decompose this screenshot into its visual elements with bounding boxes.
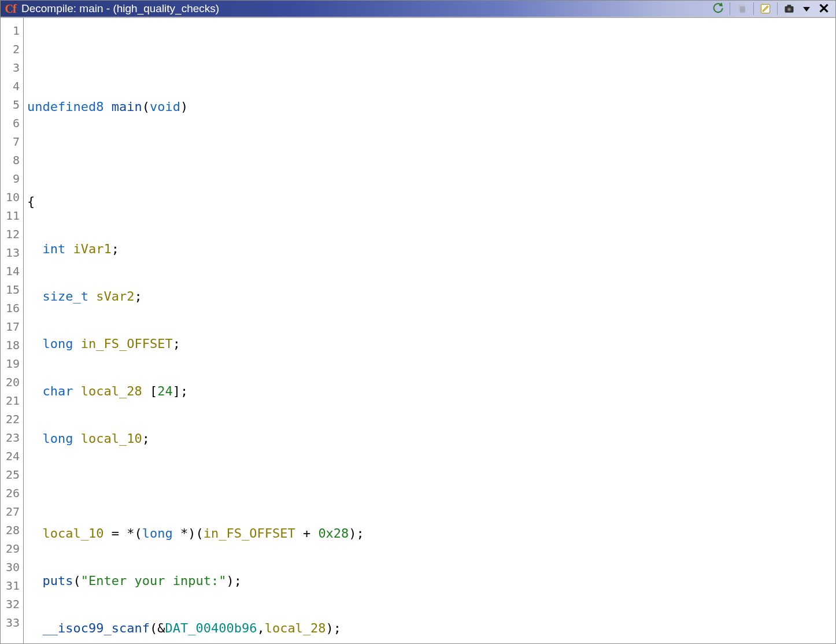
code-line: puts("Enter your input:"); bbox=[27, 572, 835, 590]
line-number: 4 bbox=[1, 77, 23, 95]
close-icon: ✕ bbox=[818, 2, 830, 16]
line-number: 17 bbox=[1, 317, 23, 336]
decompile-window: Cf Decompile: main - (high_quality_check… bbox=[0, 0, 836, 644]
refresh-icon bbox=[712, 3, 724, 14]
line-number: 22 bbox=[1, 410, 23, 428]
code-line: size_t sVar2; bbox=[27, 287, 835, 306]
line-number: 3 bbox=[1, 58, 23, 77]
line-number-gutter: 1234567891011121314151617181920212223242… bbox=[1, 18, 24, 643]
titlebar: Cf Decompile: main - (high_quality_check… bbox=[1, 1, 835, 17]
line-number: 32 bbox=[1, 595, 23, 613]
line-number: 9 bbox=[1, 169, 23, 188]
line-number: 15 bbox=[1, 280, 23, 299]
code-line: __isoc99_scanf(&DAT_00400b96,local_28); bbox=[27, 619, 835, 638]
line-number: 31 bbox=[1, 576, 23, 595]
toolbar: ✕ bbox=[710, 1, 832, 17]
edit-button[interactable] bbox=[757, 1, 774, 17]
line-number: 28 bbox=[1, 521, 23, 539]
code-line bbox=[27, 145, 835, 164]
chevron-down-icon bbox=[803, 7, 810, 12]
line-number: 14 bbox=[1, 262, 23, 280]
svg-rect-1 bbox=[740, 6, 745, 13]
code-view[interactable]: undefined8 main(void) { int iVar1; size_… bbox=[24, 18, 835, 643]
code-line: local_10 = *(long *)(in_FS_OFFSET + 0x28… bbox=[27, 524, 835, 543]
edit-icon bbox=[760, 3, 771, 14]
line-number: 7 bbox=[1, 132, 23, 151]
line-number: 16 bbox=[1, 299, 23, 317]
line-number: 11 bbox=[1, 206, 23, 225]
toolbar-separator bbox=[753, 2, 754, 15]
line-number: 25 bbox=[1, 465, 23, 484]
copy-button[interactable] bbox=[734, 1, 750, 17]
line-number: 23 bbox=[1, 428, 23, 447]
line-number: 26 bbox=[1, 484, 23, 502]
line-number: 2 bbox=[1, 40, 23, 58]
line-number: 27 bbox=[1, 502, 23, 521]
code-line bbox=[27, 50, 835, 69]
toolbar-separator bbox=[730, 2, 730, 15]
code-line: undefined8 main(void) bbox=[27, 98, 835, 116]
app-icon: Cf bbox=[4, 2, 17, 15]
code-line: long local_10; bbox=[27, 430, 835, 448]
code-line bbox=[27, 477, 835, 495]
line-number: 6 bbox=[1, 114, 23, 132]
snapshot-button[interactable] bbox=[781, 1, 797, 17]
code-line: { bbox=[27, 193, 835, 211]
close-button[interactable]: ✕ bbox=[816, 1, 832, 17]
line-number: 8 bbox=[1, 151, 23, 169]
svg-point-6 bbox=[788, 9, 790, 10]
menu-dropdown[interactable] bbox=[798, 1, 815, 17]
line-number: 21 bbox=[1, 391, 23, 410]
line-number: 24 bbox=[1, 447, 23, 465]
line-number: 18 bbox=[1, 336, 23, 354]
line-number: 19 bbox=[1, 354, 23, 373]
code-line: long in_FS_OFFSET; bbox=[27, 335, 835, 353]
line-number: 33 bbox=[1, 613, 23, 632]
toolbar-separator bbox=[777, 2, 778, 15]
camera-icon bbox=[783, 3, 795, 14]
window-title: Decompile: main - (high_quality_checks) bbox=[21, 2, 219, 15]
line-number: 10 bbox=[1, 188, 23, 206]
code-line: char local_28 [24]; bbox=[27, 382, 835, 401]
line-number: 12 bbox=[1, 225, 23, 243]
line-number: 29 bbox=[1, 539, 23, 558]
editor-area: 1234567891011121314151617181920212223242… bbox=[1, 18, 835, 643]
line-number: 20 bbox=[1, 373, 23, 391]
line-number: 13 bbox=[1, 243, 23, 262]
line-number: 5 bbox=[1, 95, 23, 114]
svg-rect-4 bbox=[787, 5, 791, 6]
line-number: 30 bbox=[1, 558, 23, 576]
copy-icon bbox=[736, 3, 748, 14]
code-line: int iVar1; bbox=[27, 240, 835, 258]
refresh-button[interactable] bbox=[710, 1, 726, 17]
line-number: 1 bbox=[1, 21, 23, 40]
